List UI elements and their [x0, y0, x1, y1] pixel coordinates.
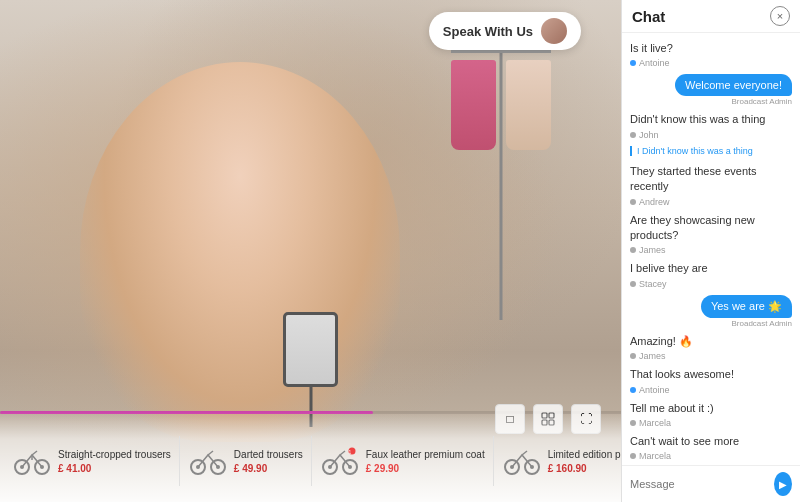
chat-message-input[interactable]	[630, 478, 768, 490]
message-group: Is it live? Antoine	[630, 41, 792, 68]
message-group: They started these events recently Andre…	[630, 164, 792, 207]
chat-header: Chat ×	[622, 0, 800, 33]
chat-input-row: ▶	[622, 465, 800, 502]
message-author: Antoine	[630, 58, 792, 68]
product-price-2: £ 49.90	[234, 463, 303, 474]
svg-text:1: 1	[348, 449, 351, 455]
products-row: Straight-cropped trousers £ 41.00 Darted…	[0, 423, 621, 498]
broadcast-bubble-2: Yes we are 🌟	[701, 295, 792, 318]
message-author: Andrew	[630, 197, 792, 207]
author-dot	[630, 60, 636, 66]
product-info-4: Limited edition premium coat £ 160.90	[548, 448, 621, 474]
author-dot	[630, 420, 636, 426]
author-dot	[630, 281, 636, 287]
svg-point-6	[20, 465, 24, 469]
author-dot	[630, 387, 636, 393]
speak-label: Speak With Us	[443, 24, 533, 39]
product-name-2: Darted trousers	[234, 448, 303, 461]
message-text: That looks awesome!	[630, 367, 792, 382]
product-item[interactable]: Limited edition premium coat £ 160.90	[494, 439, 621, 482]
message-group: Tell me about it :) Marcela	[630, 401, 792, 428]
product-item[interactable]: Darted trousers £ 49.90	[180, 439, 311, 482]
author-dot	[630, 453, 636, 459]
message-group: Didn't know this was a thing John	[630, 112, 792, 139]
author-dot	[630, 247, 636, 253]
message-group: Are they showcasing new products? James	[630, 213, 792, 256]
message-author: Stacey	[630, 279, 792, 289]
product-name-1: Straight-cropped trousers	[58, 448, 171, 461]
chat-messages-container: Is it live? Antoine Welcome everyone! Br…	[622, 33, 800, 465]
message-text: Tell me about it :)	[630, 401, 792, 416]
chat-panel: Chat × Is it live? Antoine Welcome every…	[621, 0, 800, 502]
message-text: Can't wait to see more	[630, 434, 792, 449]
clothing-red	[451, 60, 496, 150]
person-silhouette	[80, 62, 400, 442]
product-info-2: Darted trousers £ 49.90	[234, 448, 303, 474]
clothes-rack	[441, 20, 561, 320]
chat-title: Chat	[632, 8, 665, 25]
message-author: Antoine	[630, 385, 792, 395]
message-text: Amazing! 🔥	[630, 334, 792, 349]
product-name-3: Faux leather premium coat	[366, 448, 485, 461]
product-price-3: £ 29.90	[366, 463, 485, 474]
message-author: Marcela	[630, 418, 792, 428]
message-group: That looks awesome! Antoine	[630, 367, 792, 394]
message-text: Is it live?	[630, 41, 792, 56]
author-dot	[630, 132, 636, 138]
speak-with-us-button[interactable]: Speak With Us	[429, 12, 581, 50]
svg-point-21	[530, 465, 534, 469]
broadcast-label: Broadcast Admin	[732, 97, 792, 106]
speak-avatar	[541, 18, 567, 44]
svg-point-10	[196, 465, 200, 469]
quoted-message: I Didn't know this was a thing	[630, 146, 792, 156]
author-dot	[630, 199, 636, 205]
clothing-beige	[506, 60, 551, 150]
message-text: They started these events recently	[630, 164, 792, 195]
product-item[interactable]: 1 Faux leather premium coat £ 29.90	[312, 439, 493, 482]
product-image-2	[188, 443, 228, 478]
message-author: James	[630, 351, 792, 361]
message-text: Are they showcasing new products?	[630, 213, 792, 244]
broadcast-bubble-group: Welcome everyone! Broadcast Admin	[630, 74, 792, 106]
chat-close-button[interactable]: ×	[770, 6, 790, 26]
chat-send-button[interactable]: ▶	[774, 472, 792, 496]
message-text: I belive they are	[630, 261, 792, 276]
broadcast-bubble-group-2: Yes we are 🌟 Broadcast Admin	[630, 295, 792, 328]
product-name-4: Limited edition premium coat	[548, 448, 621, 461]
message-author: Marcela	[630, 451, 792, 461]
product-item[interactable]: Straight-cropped trousers £ 41.00	[4, 439, 179, 482]
message-author: James	[630, 245, 792, 255]
message-group: I belive they are Stacey	[630, 261, 792, 288]
svg-point-20	[510, 465, 514, 469]
svg-point-7	[40, 465, 44, 469]
send-icon: ▶	[779, 479, 787, 490]
product-image-1	[12, 443, 52, 478]
product-price-1: £ 41.00	[58, 463, 171, 474]
video-player: Speak With Us □ ⛶	[0, 0, 621, 502]
svg-point-14	[328, 465, 332, 469]
message-group: Can't wait to see more Marcela	[630, 434, 792, 461]
phone-screen	[283, 312, 338, 387]
product-image-3: 1	[320, 443, 360, 478]
product-info-1: Straight-cropped trousers £ 41.00	[58, 448, 171, 474]
message-text: Didn't know this was a thing	[630, 112, 792, 127]
svg-point-15	[348, 465, 352, 469]
product-info-3: Faux leather premium coat £ 29.90	[366, 448, 485, 474]
product-image-4	[502, 443, 542, 478]
svg-point-11	[216, 465, 220, 469]
author-dot	[630, 353, 636, 359]
broadcast-bubble: Welcome everyone!	[675, 74, 792, 96]
product-price-4: £ 160.90	[548, 463, 621, 474]
broadcast-label-2: Broadcast Admin	[732, 319, 792, 328]
message-author: John	[630, 130, 792, 140]
message-group: Amazing! 🔥 James	[630, 334, 792, 361]
